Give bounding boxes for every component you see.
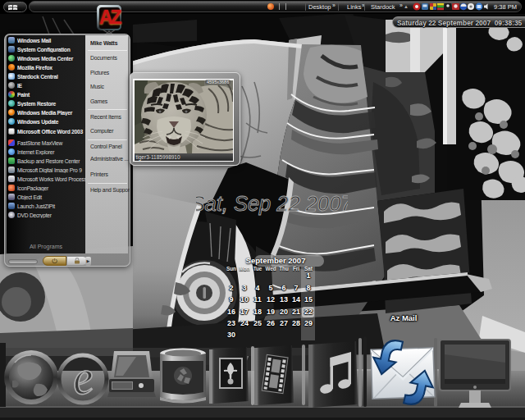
svg-text:Sat, Sep 22 2007: Sat, Sep 22 2007	[196, 192, 348, 215]
